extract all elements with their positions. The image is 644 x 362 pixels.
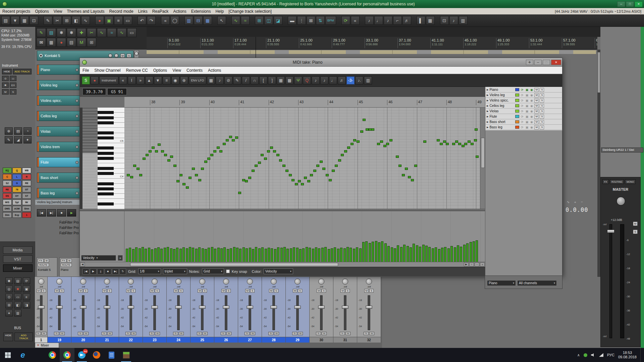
midi-editor-titlebar[interactable]: MIDI take: Piano ✛ ─ □ ✕ xyxy=(80,58,562,67)
solo-button[interactable]: S xyxy=(540,125,544,129)
velocity-bar[interactable] xyxy=(277,247,279,262)
midi-note[interactable] xyxy=(338,159,341,162)
env-lfo-button[interactable]: ENV LFO xyxy=(189,76,207,84)
midi-note[interactable] xyxy=(396,156,399,158)
solo-button[interactable]: S xyxy=(203,289,207,293)
velocity-bar[interactable] xyxy=(422,245,425,262)
midi-note[interactable] xyxy=(363,119,366,121)
velocity-bar[interactable] xyxy=(160,249,163,262)
midi-track-row-violins-leg[interactable]: ▶Violins leg⟳▣◉MS xyxy=(486,93,562,98)
env-knob[interactable] xyxy=(135,52,139,56)
midi-note[interactable] xyxy=(389,139,392,141)
volume-fader-track[interactable] xyxy=(344,295,346,330)
hide-button[interactable]: HIDE xyxy=(2,69,12,74)
transpose-down-icon[interactable]: ▼ xyxy=(154,76,162,84)
network-icon[interactable] xyxy=(599,353,603,357)
note-actions-icon[interactable]: ♬ xyxy=(402,16,411,25)
tray-expand-icon[interactable]: ∧ xyxy=(577,353,580,357)
jump-start-icon[interactable]: « xyxy=(161,16,170,25)
editor-pause-button[interactable]: || xyxy=(97,268,104,275)
midi-track-row-violins-spicc[interactable]: ▶Violins spicc.⟳▣◉MS xyxy=(486,98,562,103)
solo-button[interactable]: S xyxy=(60,289,64,293)
mixer-strip-20[interactable]: -infMS-18-30-42-54TrIN20 xyxy=(71,277,95,343)
dock-right-icon[interactable]: ◨ xyxy=(23,302,30,308)
note-1-4-icon[interactable]: ♩ xyxy=(329,76,337,84)
volume-fader-track[interactable] xyxy=(130,295,132,330)
master-solo-button[interactable]: S xyxy=(633,230,638,234)
input-button[interactable]: IN xyxy=(42,332,47,335)
volume-fader-track[interactable] xyxy=(201,295,204,330)
track-violins-leg[interactable]: Violins leg xyxy=(37,80,80,90)
velocity-bar[interactable] xyxy=(321,248,324,262)
midi-note[interactable] xyxy=(411,179,414,181)
loop-points-icon[interactable]: « xyxy=(351,16,360,25)
master-meter-icon[interactable]: ▬ xyxy=(288,16,297,25)
menu-options[interactable]: Options xyxy=(33,9,51,14)
velocity-bar[interactable] xyxy=(365,241,368,262)
cc-lane-selector[interactable]: Velocity ▾ xyxy=(81,255,116,261)
expand-arrow-icon[interactable]: ▶ xyxy=(487,88,488,91)
midi-note[interactable] xyxy=(475,128,478,131)
solo-button[interactable]: S xyxy=(42,289,46,293)
mute-button[interactable]: M xyxy=(102,289,107,293)
expand-arrow-icon[interactable]: ▶ xyxy=(487,94,488,97)
sel-start-icon[interactable]: [ xyxy=(259,76,267,84)
pan-knob[interactable] xyxy=(366,279,372,285)
velocity-bar[interactable] xyxy=(381,241,383,262)
input-button[interactable]: IN xyxy=(345,332,351,335)
hide-button-2[interactable]: HIDE xyxy=(3,333,13,341)
midi-note[interactable] xyxy=(273,150,276,153)
velocity-bars[interactable] xyxy=(124,211,485,262)
lock-icon[interactable]: ▣ xyxy=(525,88,529,92)
trim-button[interactable]: Tr xyxy=(268,332,273,335)
midi-note[interactable] xyxy=(474,139,477,141)
velocity-bar[interactable] xyxy=(173,249,175,262)
volume-fader-track[interactable] xyxy=(177,295,180,330)
midi-note[interactable] xyxy=(423,140,426,143)
volume-fader-cap[interactable] xyxy=(80,306,87,309)
stop-button[interactable]: ■ xyxy=(57,209,66,217)
velocity-bar[interactable] xyxy=(346,247,349,262)
open-midi-editor-icon[interactable]: ♪ xyxy=(384,16,392,25)
midi-note[interactable] xyxy=(291,179,294,181)
mixer-tab[interactable]: ✕ Mixer xyxy=(35,343,59,348)
menu-reapack[interactable]: ReaPack xyxy=(150,9,171,14)
mute-button[interactable]: M xyxy=(534,88,539,92)
midi-note[interactable] xyxy=(380,140,383,143)
midi-menu-remove-cc[interactable]: Remove CC xyxy=(123,68,150,73)
mute-button[interactable]: M xyxy=(293,289,297,293)
menu-actions[interactable]: Actions xyxy=(171,9,189,14)
master-mute-button[interactable]: M xyxy=(633,222,638,226)
midi-note[interactable] xyxy=(255,165,258,167)
add-track-button-2[interactable]: ADD TRACK xyxy=(14,333,33,341)
volume-fader-cap[interactable] xyxy=(152,306,158,309)
wave-tool-icon[interactable]: ≈ xyxy=(107,28,116,37)
midi-note[interactable] xyxy=(468,140,471,143)
media-items-row[interactable] xyxy=(147,50,596,54)
new-project-icon[interactable]: ▤ xyxy=(1,16,10,25)
midi-track-row-bass-leg[interactable]: ▶Bass leg⟳▣◉MS xyxy=(486,125,562,130)
velocity-bar[interactable] xyxy=(407,246,409,262)
lfo-tool-icon[interactable]: ∿ xyxy=(117,28,126,37)
midi-note[interactable] xyxy=(313,170,316,172)
fx-bypass-button[interactable]: ✖ xyxy=(2,82,9,88)
velocity-bar[interactable] xyxy=(391,247,393,262)
volume-fader-cap[interactable] xyxy=(128,306,134,309)
midi-note[interactable] xyxy=(186,186,189,189)
loop-icon[interactable]: ⟳ xyxy=(520,94,524,97)
velocity-bar[interactable] xyxy=(387,246,390,262)
velocity-bar[interactable] xyxy=(271,248,273,262)
midi-note[interactable] xyxy=(204,161,207,163)
midi-note[interactable] xyxy=(207,158,210,160)
eye-icon[interactable]: ◉ xyxy=(530,110,533,113)
midi-note[interactable] xyxy=(179,174,182,176)
velocity-bar[interactable] xyxy=(315,247,317,262)
velocity-bar[interactable] xyxy=(425,246,428,262)
velocity-bar[interactable] xyxy=(334,247,336,262)
zoom-in-button[interactable]: ＋ xyxy=(469,262,474,266)
record-arm-icon[interactable] xyxy=(75,145,78,148)
loop-icon[interactable]: ⟳ xyxy=(520,88,524,92)
midi-note[interactable] xyxy=(143,158,146,160)
input-button[interactable]: IN xyxy=(250,332,255,335)
trim-button[interactable]: Tr xyxy=(173,332,178,335)
